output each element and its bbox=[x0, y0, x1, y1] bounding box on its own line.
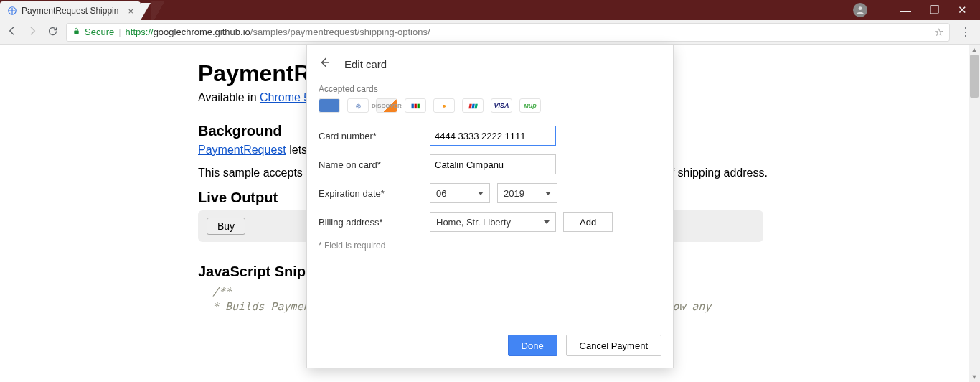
card-number-input[interactable] bbox=[430, 126, 556, 146]
svg-rect-2 bbox=[74, 30, 78, 34]
window-minimize-button[interactable]: — bbox=[900, 4, 911, 17]
tab-slope bbox=[141, 3, 151, 20]
card-number-label: Card number* bbox=[319, 131, 430, 141]
browser-tab[interactable]: PaymentRequest Shippin × bbox=[0, 1, 141, 20]
add-address-button[interactable]: Add bbox=[563, 212, 613, 232]
svg-point-1 bbox=[859, 6, 862, 10]
chevron-down-icon bbox=[545, 192, 551, 195]
exp-year-value: 2019 bbox=[504, 188, 524, 199]
name-on-card-input[interactable] bbox=[430, 154, 556, 174]
nav-reload-button[interactable] bbox=[46, 26, 59, 39]
accepted-cards-label: Accepted cards bbox=[319, 84, 661, 94]
url-text: https://googlechrome.github.io/samples/p… bbox=[126, 27, 430, 37]
cancel-payment-button[interactable]: Cancel Payment bbox=[566, 335, 661, 356]
tab-close-icon[interactable]: × bbox=[128, 6, 133, 17]
billing-address-value: Home, Str. Liberty bbox=[436, 217, 511, 228]
back-arrow-icon[interactable] bbox=[319, 56, 331, 73]
card-brand-mastercard-icon: ●● bbox=[433, 98, 455, 113]
new-tab-button[interactable] bbox=[151, 1, 168, 20]
billing-address-select[interactable]: Home, Str. Liberty bbox=[430, 212, 556, 232]
window-titlebar: PaymentRequest Shippin × — ❐ ✕ bbox=[0, 0, 980, 20]
lock-icon bbox=[72, 27, 80, 38]
profile-avatar-icon[interactable] bbox=[853, 3, 867, 17]
card-brand-discover-icon: DISCOVER bbox=[376, 98, 397, 113]
scroll-down-arrow-icon[interactable]: ▼ bbox=[969, 373, 980, 381]
nav-forward-button[interactable] bbox=[26, 25, 39, 39]
window-close-button[interactable]: ✕ bbox=[958, 4, 967, 17]
chevron-down-icon bbox=[544, 220, 550, 224]
scroll-thumb[interactable] bbox=[970, 55, 979, 98]
window-controls: — ❐ ✕ bbox=[853, 0, 980, 20]
card-brand-unionpay-icon: ▮▮▮ bbox=[462, 98, 484, 113]
tab-title: PaymentRequest Shippin bbox=[22, 6, 123, 16]
card-brand-mir-icon: мир bbox=[519, 98, 541, 113]
name-on-card-label: Name on card* bbox=[319, 159, 430, 170]
chevron-down-icon bbox=[478, 192, 484, 195]
done-button[interactable]: Done bbox=[508, 335, 557, 356]
browser-toolbar: Secure | https://googlechrome.github.io/… bbox=[0, 20, 980, 45]
chrome-version-link[interactable]: Chrome 5 bbox=[260, 91, 310, 103]
card-brand-visa-icon: VISA bbox=[491, 98, 512, 113]
tab-favicon bbox=[7, 6, 17, 16]
paymentrequest-link[interactable]: PaymentRequest bbox=[198, 144, 286, 156]
required-note: * Field is required bbox=[319, 241, 661, 251]
bookmark-star-icon[interactable]: ☆ bbox=[934, 26, 943, 39]
separator: | bbox=[118, 27, 121, 37]
sheet-footer: Done Cancel Payment bbox=[307, 326, 673, 368]
page-vertical-scrollbar[interactable]: ▲ ▼ bbox=[969, 45, 980, 382]
exp-month-value: 06 bbox=[436, 188, 446, 199]
card-brand-amex-icon bbox=[319, 98, 340, 113]
payment-sheet: Edit card Accepted cards ◎ DISCOVER ▮▮▮ … bbox=[307, 45, 673, 368]
address-bar[interactable]: Secure | https://googlechrome.github.io/… bbox=[66, 23, 950, 42]
card-brand-jcb-icon: ▮▮▮ bbox=[405, 98, 426, 113]
scroll-up-arrow-icon[interactable]: ▲ bbox=[969, 46, 980, 53]
card-brand-diners-icon: ◎ bbox=[347, 98, 369, 113]
secure-label: Secure bbox=[85, 27, 114, 37]
browser-menu-button[interactable]: ⋮ bbox=[957, 25, 974, 39]
window-maximize-button[interactable]: ❐ bbox=[930, 4, 939, 17]
expiration-date-label: Expiration date* bbox=[319, 188, 430, 199]
accepted-cards-row: ◎ DISCOVER ▮▮▮ ●● ▮▮▮ VISA мир bbox=[319, 98, 661, 113]
nav-back-button[interactable] bbox=[6, 25, 19, 39]
exp-year-select[interactable]: 2019 bbox=[497, 183, 557, 203]
sheet-title: Edit card bbox=[344, 58, 387, 70]
billing-address-label: Billing address* bbox=[319, 217, 430, 228]
exp-month-select[interactable]: 06 bbox=[430, 183, 490, 203]
buy-button[interactable]: Buy bbox=[207, 218, 245, 235]
